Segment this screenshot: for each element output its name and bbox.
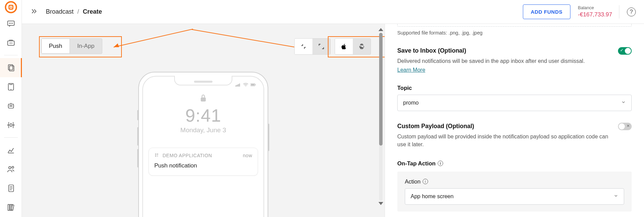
- svg-point-33: [155, 154, 156, 155]
- on-tap-title: On-Tap Action i: [397, 160, 632, 167]
- notification-type-toggle: Push In-App: [41, 38, 102, 54]
- notif-body-text: Push notification: [154, 162, 252, 169]
- svg-rect-9: [9, 66, 14, 71]
- nav-analytics-icon[interactable]: [0, 140, 22, 160]
- breadcrumb: Broadcast / Create: [46, 8, 102, 15]
- svg-rect-31: [255, 84, 256, 85]
- svg-point-23: [361, 45, 361, 45]
- action-label: Action: [405, 178, 421, 185]
- svg-rect-27: [238, 84, 239, 86]
- preview-scrollbar[interactable]: [378, 28, 384, 206]
- nav-library-icon[interactable]: [0, 198, 22, 217]
- svg-point-2: [10, 6, 12, 8]
- expand-sidebar-icon[interactable]: [30, 8, 38, 16]
- nav-users-icon[interactable]: [0, 160, 22, 179]
- image-upload-dropzone[interactable]: [397, 24, 632, 27]
- phone-time: 9:41: [139, 105, 268, 126]
- tab-push[interactable]: Push: [41, 39, 70, 54]
- svg-line-21: [191, 29, 311, 50]
- expand-preview-button[interactable]: [312, 39, 330, 54]
- custom-payload-toggle[interactable]: [618, 123, 632, 130]
- nav-broadcast-icon[interactable]: [0, 58, 22, 77]
- platform-ios-button[interactable]: [335, 39, 353, 54]
- svg-rect-30: [251, 84, 254, 85]
- breadcrumb-current: Create: [83, 8, 102, 15]
- platform-android-button[interactable]: [353, 39, 371, 54]
- lock-icon: [139, 94, 268, 104]
- annotation-arrow-left: [107, 27, 196, 51]
- notification-card: DEMO APPLICATION now Push notification: [149, 148, 258, 176]
- nav-docs-icon[interactable]: [0, 179, 22, 198]
- svg-point-12: [10, 106, 10, 106]
- info-icon[interactable]: i: [423, 179, 428, 184]
- nav-bot-icon[interactable]: [0, 96, 22, 116]
- nav-messages-icon[interactable]: [0, 14, 22, 33]
- svg-marker-20: [114, 43, 119, 47]
- nav-templates-icon[interactable]: [0, 77, 22, 96]
- chevron-down-icon: [614, 193, 618, 200]
- collapse-preview-button[interactable]: [295, 39, 312, 54]
- svg-point-5: [11, 23, 11, 23]
- topic-value: promo: [403, 100, 418, 106]
- svg-rect-8: [8, 65, 13, 70]
- svg-rect-28: [239, 83, 240, 86]
- action-select[interactable]: App home screen: [405, 188, 624, 205]
- chevron-down-icon: [621, 100, 626, 106]
- tab-in-app[interactable]: In-App: [70, 39, 102, 54]
- svg-rect-32: [201, 97, 206, 101]
- balance-display: Balance -€167,733.97: [578, 5, 619, 18]
- svg-point-13: [11, 106, 12, 106]
- svg-point-4: [9, 23, 10, 23]
- svg-point-6: [12, 23, 12, 23]
- preview-view-controls: [294, 38, 371, 55]
- save-inbox-desc: Delivered notifications will be saved in…: [397, 57, 585, 65]
- nav-integrations-icon[interactable]: [0, 116, 22, 135]
- learn-more-link[interactable]: Learn More: [397, 67, 425, 73]
- phone-status-icons: [235, 83, 256, 87]
- balance-label: Balance: [578, 5, 612, 11]
- svg-rect-17: [8, 204, 9, 210]
- svg-point-24: [362, 45, 363, 45]
- phone-date: Monday, June 3: [139, 126, 268, 134]
- svg-line-19: [114, 29, 193, 47]
- notif-relative-time: now: [243, 153, 252, 158]
- add-funds-button[interactable]: ADD FUNDS: [523, 4, 570, 19]
- topic-select[interactable]: promo: [397, 95, 632, 111]
- save-inbox-toggle[interactable]: [618, 47, 632, 55]
- custom-payload-desc: Custom payload will be provided inside t…: [397, 133, 616, 148]
- svg-point-35: [155, 155, 156, 157]
- nav-code-icon[interactable]: [0, 33, 22, 52]
- sidebar: [0, 0, 22, 217]
- balance-value: -€167,733.97: [578, 11, 612, 18]
- svg-rect-11: [8, 104, 13, 108]
- svg-rect-25: [235, 85, 236, 87]
- svg-point-14: [9, 166, 11, 169]
- action-value: App home screen: [411, 193, 453, 200]
- info-icon[interactable]: i: [438, 161, 443, 166]
- custom-payload-title: Custom Payload (Optional): [397, 123, 616, 130]
- breadcrumb-root[interactable]: Broadcast: [46, 8, 74, 15]
- notif-app-name: DEMO APPLICATION: [163, 153, 212, 158]
- save-inbox-title: Save to Inbox (Optional): [397, 47, 585, 54]
- config-pane: Supported file formats: .png, .jpg, .jpe…: [385, 24, 644, 217]
- help-icon[interactable]: ?: [627, 8, 636, 16]
- preview-pane: Push In-App: [22, 24, 385, 217]
- topic-label: Topic: [397, 85, 632, 91]
- svg-point-15: [12, 166, 13, 168]
- file-formats-hint: Supported file formats: .png, .jpg, .jpe…: [397, 30, 632, 36]
- app-logo: [0, 0, 22, 14]
- on-tap-action-box: Action i App home screen: [397, 172, 632, 212]
- phone-preview: 9:41 Monday, June 3 DEMO APPLICATION now…: [138, 72, 268, 217]
- topbar: Broadcast / Create ADD FUNDS Balance -€1…: [22, 0, 644, 24]
- app-grid-icon: [154, 153, 160, 158]
- svg-rect-26: [237, 85, 238, 86]
- svg-point-34: [157, 154, 158, 155]
